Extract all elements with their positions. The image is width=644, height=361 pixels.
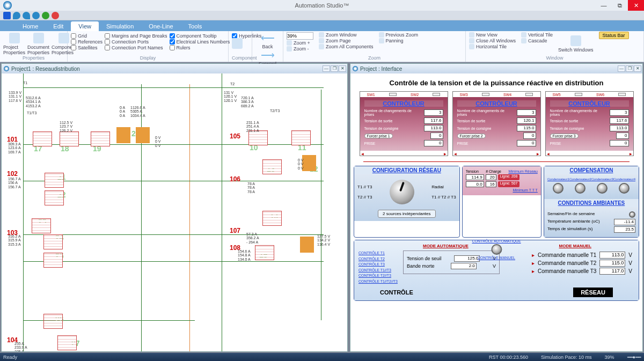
- interface-restore-button[interactable]: ❐: [626, 65, 633, 72]
- switch-windows-button[interactable]: Switch Windows: [558, 32, 594, 55]
- forcer-prise-1-button[interactable]: Forcer prise 1: [364, 134, 393, 138]
- forcer-prise-2-button[interactable]: Forcer prise 2: [457, 134, 486, 138]
- play-icon[interactable]: [42, 12, 49, 19]
- zoom-in-button[interactable]: Zoom +: [287, 40, 313, 46]
- manual-t3-value[interactable]: 117.0: [599, 268, 625, 275]
- refresh-icon[interactable]: [32, 12, 40, 19]
- sources-button[interactable]: 2 sources indépendantes: [378, 210, 435, 218]
- new-view-button[interactable]: New View: [469, 32, 516, 38]
- document-properties-button[interactable]: Document Properties: [27, 32, 49, 55]
- link-t2t3[interactable]: CONTRÔLE T2//T3: [358, 273, 398, 279]
- ctlr1-consigne: 113.0: [424, 125, 443, 131]
- redo-icon[interactable]: [23, 12, 30, 19]
- check-grid[interactable]: Grid: [71, 33, 103, 39]
- panning-button[interactable]: Panning: [379, 38, 419, 43]
- zoom-all-button[interactable]: Zoom All Components: [319, 44, 374, 49]
- zoom-input[interactable]: [287, 32, 313, 40]
- sw5-button[interactable]: [575, 93, 582, 96]
- weekday-toggle[interactable]: [629, 211, 635, 218]
- interface-panel: Contrôle de la tension et de la puissanc…: [350, 73, 642, 351]
- save-icon[interactable]: [3, 12, 11, 19]
- check-margins[interactable]: Margins and Page Breaks: [105, 33, 167, 39]
- zoom-all-icon: [319, 44, 324, 49]
- close-all-button[interactable]: Close All Windows: [469, 38, 516, 43]
- sim-time-value: 23.5: [614, 226, 635, 233]
- component-button[interactable]: [232, 32, 243, 55]
- check-rulers[interactable]: Rulers: [170, 45, 230, 50]
- check-satellites[interactable]: Satellites: [71, 45, 103, 50]
- reseau-button[interactable]: RÉSEAU: [573, 288, 613, 297]
- link-t1t3[interactable]: CONTRÔLE T1//T3: [358, 268, 398, 274]
- undo-icon[interactable]: [13, 12, 20, 19]
- ligne-208-button[interactable]: Ligne: 208: [498, 174, 520, 180]
- switch-windows-icon: [570, 35, 581, 46]
- condenser-1-toggle[interactable]: [553, 183, 564, 194]
- sw2-button[interactable]: [433, 93, 440, 96]
- schematic-minimize-button[interactable]: —: [323, 65, 330, 72]
- zoom-window-icon: [319, 32, 324, 38]
- zoom-slider[interactable]: ━━●━━: [627, 355, 641, 360]
- tab-edit[interactable]: Edit: [46, 21, 71, 31]
- check-connection-port-names[interactable]: Connection Port Names: [105, 45, 167, 50]
- auto-manual-toggle[interactable]: [491, 244, 502, 255]
- condenser-3-toggle[interactable]: [597, 183, 608, 194]
- project-properties-button[interactable]: Project Properties: [3, 32, 25, 55]
- tab-simulation[interactable]: Simulation: [99, 21, 141, 31]
- previous-zoom-button[interactable]: Previous Zoom: [379, 32, 419, 38]
- tab-view[interactable]: View: [71, 21, 99, 31]
- controle-label: CONTRÔLE: [380, 289, 413, 296]
- schematic-window-title-bar[interactable]: Project1 : Reseaudistribution — ❐ ✕: [2, 64, 347, 73]
- horizontal-tile-button[interactable]: Horizontal Tile: [469, 44, 516, 49]
- app-logo-icon: [3, 1, 12, 10]
- minimize-button[interactable]: —: [596, 0, 612, 11]
- check-tooltip[interactable]: Component Tooltip: [170, 33, 230, 39]
- schematic-canvas[interactable]: 101 102 103 104 105 106 107 108 17 18 19…: [2, 73, 347, 351]
- zoom-out-button[interactable]: Zoom -: [287, 46, 313, 51]
- sw4-button[interactable]: [525, 93, 533, 96]
- maximize-button[interactable]: ⧉: [612, 0, 628, 11]
- schematic-restore-button[interactable]: ❐: [331, 65, 338, 72]
- doc-icon: [353, 66, 358, 71]
- link-t2[interactable]: CONTRÔLE T2: [358, 256, 398, 262]
- stop-icon[interactable]: [52, 12, 59, 19]
- zoom-page-button[interactable]: Zoom Page: [319, 38, 374, 43]
- interface-minimize-button[interactable]: —: [618, 65, 625, 72]
- check-elec-numbers[interactable]: Electrical Lines Numbers: [170, 39, 230, 45]
- window-interface: Project : Interface — ❐ ✕ Contrôle de la…: [350, 63, 643, 352]
- status-bar-toggle[interactable]: Status Bar: [599, 32, 629, 39]
- title-bar: Automation Studio™ — ⧉ ✕: [0, 0, 644, 11]
- sw3-button[interactable]: [482, 93, 489, 96]
- check-references[interactable]: References: [71, 39, 103, 45]
- tab-home[interactable]: Home: [15, 21, 46, 31]
- sw1-button[interactable]: [389, 93, 397, 96]
- status-rst: RST 00:00:23.560: [489, 355, 528, 360]
- close-button[interactable]: ✕: [628, 0, 644, 11]
- forcer-prise-3-button[interactable]: Forcer prise 3: [550, 134, 579, 138]
- schematic-close-button[interactable]: ✕: [339, 65, 346, 72]
- vertical-tile-button[interactable]: Vertical Tile: [521, 32, 553, 38]
- interface-window-title-bar[interactable]: Project : Interface — ❐ ✕: [350, 64, 642, 73]
- ligne-507-button[interactable]: Ligne: 507: [498, 181, 520, 187]
- link-all[interactable]: CONTRÔLE T1//T2//T3: [358, 279, 398, 285]
- check-connection-ports[interactable]: Connection Ports: [105, 39, 167, 45]
- tab-tools[interactable]: Tools: [181, 21, 210, 31]
- interface-close-button[interactable]: ✕: [634, 65, 641, 72]
- condenser-2-toggle[interactable]: [575, 183, 586, 194]
- sw6-button[interactable]: [618, 93, 626, 96]
- back-button[interactable]: ⟵Back: [255, 32, 280, 49]
- manual-t2-value[interactable]: 115.0: [599, 260, 625, 267]
- link-t3[interactable]: CONTRÔLE T3: [358, 262, 398, 268]
- link-t1[interactable]: CONTRÔLE T1: [358, 251, 398, 256]
- manual-t1-value[interactable]: 113.0: [599, 252, 625, 259]
- group-label-zoom: Zoom: [287, 55, 462, 61]
- zoom-window-button[interactable]: Zoom Window: [319, 32, 374, 38]
- tab-oneline[interactable]: One-Line: [141, 21, 180, 31]
- condenser-4-toggle[interactable]: [619, 183, 630, 194]
- ribbon-group-zoom: Zoom + Zoom - Zoom Window Zoom Page Zoom…: [283, 31, 466, 62]
- interface-window-title: Project : Interface: [360, 66, 402, 72]
- cascade-button[interactable]: Cascade: [521, 38, 553, 43]
- ribbon-tabs: Home Edit View Simulation One-Line Tools: [0, 20, 644, 31]
- bande-value[interactable]: 2.0: [451, 263, 477, 269]
- config-knob[interactable]: [390, 180, 414, 204]
- close-all-icon: [469, 38, 474, 43]
